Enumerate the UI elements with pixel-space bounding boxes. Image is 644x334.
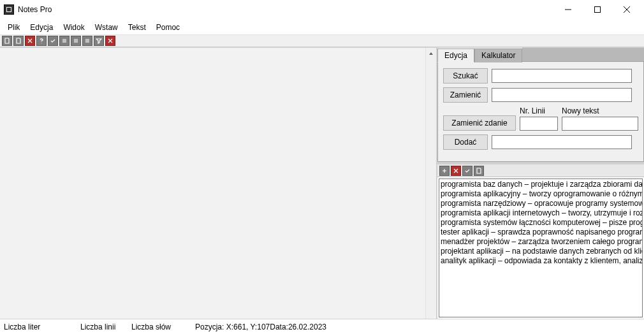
tab-calc[interactable]: Kalkulator	[474, 48, 522, 62]
new-text-label: Nowy tekst	[562, 106, 638, 115]
app-title: Notes Pro	[18, 5, 52, 14]
save-icon[interactable]	[474, 166, 484, 176]
list-item[interactable]: projektant aplikacji – na podstawie dany…	[441, 247, 641, 256]
list-item[interactable]: menadżer projektów – zarządza tworzeniem…	[441, 237, 641, 247]
line-no-label: Nr. Linii	[520, 106, 558, 115]
new-text-input[interactable]	[562, 117, 638, 131]
list-item[interactable]: programista aplikacyjny – tworzy oprogra…	[441, 189, 641, 199]
maximize-button[interactable]	[583, 0, 612, 19]
minimize-button[interactable]	[553, 0, 583, 19]
menu-text[interactable]: Tekst	[123, 22, 151, 33]
help-icon[interactable]	[36, 36, 47, 46]
menu-view[interactable]: Widok	[58, 22, 89, 33]
tab-body: Szukać Zamienić Zamienić zdanie Nr. Lini…	[437, 62, 644, 162]
doc-icon[interactable]	[2, 36, 12, 46]
replace-button[interactable]: Zamienić	[443, 87, 488, 103]
svg-rect-0	[595, 7, 601, 13]
close-button[interactable]	[612, 0, 641, 19]
list-item[interactable]: programista baz danych – projektuje i za…	[441, 180, 641, 189]
menu-help[interactable]: Pomoc	[151, 22, 185, 33]
check-icon[interactable]	[462, 166, 472, 176]
list-box[interactable]: programista baz danych – projektuje i za…	[439, 178, 643, 317]
editor-textarea[interactable]	[0, 48, 425, 319]
add-button[interactable]: Dodać	[443, 134, 488, 150]
scroll-up-icon[interactable]	[426, 48, 436, 59]
main-toolbar	[0, 34, 644, 47]
add-input[interactable]	[492, 135, 632, 149]
editor-vscrollbar[interactable]	[425, 48, 436, 319]
tab-edit[interactable]: Edycja	[437, 48, 474, 62]
search-button[interactable]: Szukać	[443, 68, 488, 84]
list-item[interactable]: tester aplikacji – sprawdza poprawność n…	[441, 228, 641, 237]
doc-icon[interactable]	[13, 36, 24, 46]
list-panel: programista baz danych – projektuje i za…	[437, 162, 644, 319]
align-left-icon[interactable]	[59, 36, 70, 46]
status-words: Liczba słów	[128, 319, 191, 334]
align-right-icon[interactable]	[82, 36, 92, 46]
status-letters: Liczba liter	[0, 319, 77, 334]
list-item[interactable]: programista narzędziowy – opracowuje pro…	[441, 199, 641, 208]
close-icon[interactable]	[105, 36, 115, 46]
menu-edit[interactable]: Edycja	[25, 22, 58, 33]
replace-input[interactable]	[492, 88, 632, 102]
main-area: Edycja Kalkulator Szukać Zamienić Zamien…	[0, 47, 644, 319]
status-bar: Liczba liter Liczba linii Liczba słów Po…	[0, 319, 644, 334]
close-icon[interactable]	[25, 36, 35, 46]
menu-file[interactable]: Plik	[3, 22, 25, 33]
list-toolbar	[437, 164, 644, 177]
replace-line-button[interactable]: Zamienić zdanie	[443, 115, 516, 131]
list-item[interactable]: programista aplikacji internetowych – tw…	[441, 208, 641, 218]
close-icon[interactable]	[451, 166, 461, 176]
menu-insert[interactable]: Wstaw	[90, 22, 123, 33]
line-no-input[interactable]	[520, 117, 558, 131]
list-item[interactable]: analityk aplikacji – odpowiada za kontak…	[441, 256, 641, 266]
editor-wrap	[0, 48, 437, 319]
search-input[interactable]	[492, 69, 632, 83]
status-lines: Liczba linii	[77, 319, 128, 334]
side-panel: Edycja Kalkulator Szukać Zamienić Zamien…	[437, 48, 644, 319]
check-icon[interactable]	[48, 36, 58, 46]
app-icon	[4, 4, 14, 15]
list-item[interactable]: programista systemów łączności komputero…	[441, 218, 641, 228]
side-tabs: Edycja Kalkulator	[437, 48, 644, 62]
menu-bar: Plik Edycja Widok Wstaw Tekst Pomoc	[0, 19, 644, 34]
status-position: Pozycja: X: 661, Y: 107 Data: 26.02.2023	[191, 319, 330, 334]
align-center-icon[interactable]	[71, 36, 81, 46]
plus-icon[interactable]	[439, 166, 450, 176]
title-bar: Notes Pro	[0, 0, 644, 19]
filter-icon[interactable]	[94, 36, 104, 46]
